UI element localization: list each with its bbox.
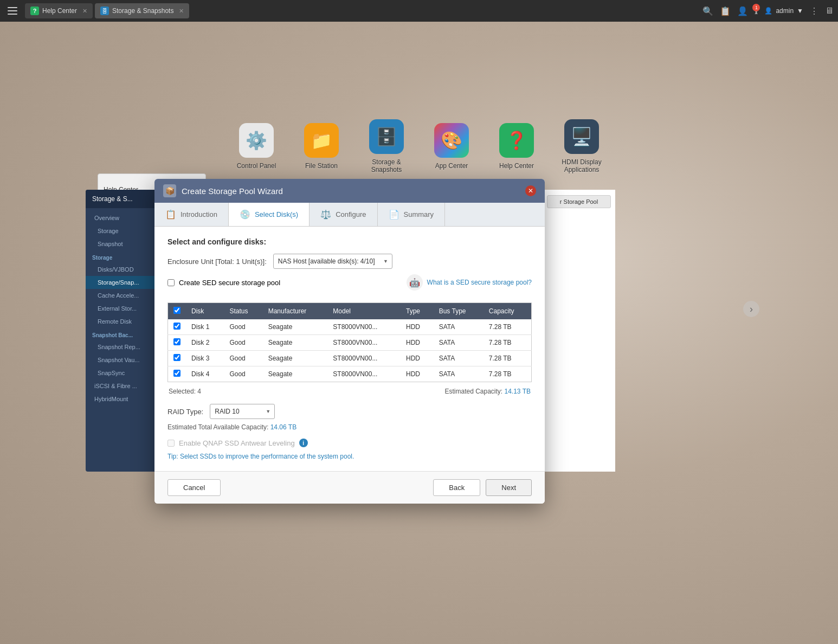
file-station-icon: 📁 bbox=[304, 123, 339, 158]
right-panel-nav: › bbox=[743, 301, 759, 317]
introduction-step-icon: 📋 bbox=[165, 209, 176, 220]
disk4-bus: SATA bbox=[434, 366, 484, 382]
disk2-manufacturer: Seagate bbox=[263, 335, 328, 351]
user-icon: 👤 bbox=[764, 7, 772, 15]
desktop-icon-app-center[interactable]: 🎨 App Center bbox=[430, 123, 473, 170]
wizard-step-summary[interactable]: 📄 Summary bbox=[378, 203, 446, 226]
snapshot-vau-label: Snapshot Vau... bbox=[98, 357, 139, 363]
storage-section-label: Storage bbox=[92, 255, 112, 261]
disk2-checkbox-cell bbox=[168, 335, 186, 351]
hybridmount-label: HybridMount bbox=[94, 396, 128, 402]
disk2-capacity: 7.28 TB bbox=[484, 335, 532, 351]
table-header-select bbox=[168, 303, 186, 320]
help-center-tab-icon: ? bbox=[30, 7, 39, 15]
disk3-manufacturer: Seagate bbox=[263, 351, 328, 366]
search-icon[interactable]: 🔍 bbox=[702, 6, 713, 16]
sed-mascot-icon: 🤖 bbox=[407, 274, 423, 291]
sed-info-link[interactable]: What is a SED secure storage pool? bbox=[427, 279, 532, 286]
help-center-label: Help Center bbox=[499, 162, 534, 170]
wizard-steps: 📋 Introduction 💿 Select Disk(s) ⚖️ Confi… bbox=[154, 203, 545, 227]
wizard-close-button[interactable]: ✕ bbox=[525, 185, 536, 196]
wizard-step-configure[interactable]: ⚖️ Configure bbox=[310, 203, 377, 226]
snapsync-label: SnapSync bbox=[98, 370, 125, 376]
hdmi-icon: 🖥️ bbox=[564, 119, 599, 154]
disk1-status: Good bbox=[224, 319, 262, 335]
enclosure-label: Enclosure Unit [Total: 1 Unit(s)]: bbox=[167, 257, 267, 266]
raid-type-select[interactable]: RAID 10 bbox=[210, 404, 275, 419]
disk4-checkbox[interactable] bbox=[173, 370, 181, 377]
profile-icon[interactable]: 👤 bbox=[737, 6, 748, 16]
selected-count: Selected: 4 bbox=[169, 388, 201, 395]
introduction-step-label: Introduction bbox=[181, 210, 217, 218]
disks-label: Disks/VJBOD bbox=[98, 266, 134, 273]
wizard-step-select-disks[interactable]: 💿 Select Disk(s) bbox=[229, 203, 310, 226]
menu-button[interactable] bbox=[4, 3, 21, 19]
apps-icon[interactable]: 📋 bbox=[720, 6, 731, 16]
disk1-name: Disk 1 bbox=[186, 319, 224, 335]
more-options-icon[interactable]: ⋮ bbox=[810, 6, 818, 16]
app-center-label: App Center bbox=[435, 162, 468, 170]
tab-storage-snapshots[interactable]: 🗄 Storage & Snapshots ✕ bbox=[95, 3, 189, 18]
right-arrow-button[interactable]: › bbox=[743, 301, 759, 317]
taskbar-right: 🔍 📋 👤 ℹ 1 👤 admin ▼ ⋮ 🖥 bbox=[702, 6, 834, 16]
sidebar-header-label: Storage & S... bbox=[92, 195, 133, 203]
disk2-checkbox[interactable] bbox=[173, 338, 181, 345]
select-all-checkbox[interactable] bbox=[173, 307, 181, 314]
enclosure-select[interactable]: NAS Host [available disk(s): 4/10] bbox=[273, 254, 392, 269]
disk4-manufacturer: Seagate bbox=[263, 366, 328, 382]
disk1-capacity: 7.28 TB bbox=[484, 319, 532, 335]
table-header-capacity: Capacity bbox=[484, 303, 532, 320]
monitor-icon[interactable]: 🖥 bbox=[825, 6, 834, 16]
disk3-checkbox[interactable] bbox=[173, 354, 181, 361]
back-button[interactable]: Back bbox=[433, 479, 480, 496]
sed-label[interactable]: Create SED secure storage pool bbox=[179, 279, 280, 287]
cancel-button[interactable]: Cancel bbox=[167, 479, 221, 496]
wizard-title-icon: 📦 bbox=[163, 184, 176, 197]
ssd-leveling-row: Enable QNAP SSD Antwear Leveling i bbox=[167, 439, 532, 447]
storage-tab-close[interactable]: ✕ bbox=[179, 8, 184, 15]
ssd-leveling-checkbox[interactable] bbox=[167, 440, 175, 447]
ssd-info-icon[interactable]: i bbox=[299, 439, 308, 447]
section-title: Select and configure disks: bbox=[167, 237, 532, 246]
next-button[interactable]: Next bbox=[486, 479, 532, 496]
raid-row: RAID Type: RAID 10 bbox=[167, 404, 532, 419]
create-pool-button[interactable]: r Storage Pool bbox=[547, 195, 611, 208]
desktop-icon-help-center[interactable]: ❓ Help Center bbox=[495, 123, 538, 170]
wizard-overlay: 📦 Create Storage Pool Wizard ✕ 📋 Introdu… bbox=[154, 179, 545, 504]
cache-label: Cache Accele... bbox=[98, 292, 139, 299]
desktop-icon-hdmi[interactable]: 🖥️ HDMI Display Applications bbox=[560, 119, 603, 173]
iscsi-label: iSCSI & Fibre ... bbox=[94, 383, 137, 389]
overview-label: Overview bbox=[94, 215, 119, 221]
table-header-bus: Bus Type bbox=[434, 303, 484, 320]
desktop-icon-storage-snapshots[interactable]: 🗄️ Storage & Snapshots bbox=[365, 119, 408, 173]
desktop-icon-control-panel[interactable]: ⚙️ Control Panel bbox=[235, 123, 278, 170]
tab-help-center[interactable]: ? Help Center ✕ bbox=[25, 3, 93, 18]
notification-badge[interactable]: ℹ 1 bbox=[755, 6, 758, 16]
select-disks-step-icon: 💿 bbox=[240, 209, 250, 220]
control-panel-icon: ⚙️ bbox=[239, 123, 274, 158]
table-footer: Selected: 4 Estimated Capacity: 14.13 TB bbox=[167, 388, 532, 395]
wizard-title: Create Storage Pool Wizard bbox=[182, 186, 283, 196]
wizard-titlebar: 📦 Create Storage Pool Wizard ✕ bbox=[154, 179, 545, 203]
wizard-step-introduction[interactable]: 📋 Introduction bbox=[154, 203, 229, 226]
disk3-capacity: 7.28 TB bbox=[484, 351, 532, 366]
wizard-body: Select and configure disks: Enclosure Un… bbox=[154, 227, 545, 471]
control-panel-label: Control Panel bbox=[237, 162, 276, 170]
table-row: Disk 2 Good Seagate ST8000VN00... HDD SA… bbox=[168, 335, 532, 351]
disk2-name: Disk 2 bbox=[186, 335, 224, 351]
disk-table: Disk Status Manufacturer Model Type Bus … bbox=[167, 302, 532, 382]
wizard-dialog: 📦 Create Storage Pool Wizard ✕ 📋 Introdu… bbox=[154, 179, 545, 504]
app-center-icon: 🎨 bbox=[434, 123, 469, 158]
disk3-checkbox-cell bbox=[168, 351, 186, 366]
disk1-checkbox[interactable] bbox=[173, 323, 181, 330]
storage-tab-icon: 🗄 bbox=[100, 7, 109, 15]
taskbar-tabs: ? Help Center ✕ 🗄 Storage & Snapshots ✕ bbox=[25, 3, 702, 18]
nav-buttons: Back Next bbox=[433, 479, 532, 496]
disk4-capacity: 7.28 TB bbox=[484, 366, 532, 382]
file-station-label: File Station bbox=[305, 162, 338, 170]
sed-checkbox[interactable] bbox=[167, 279, 175, 286]
user-area[interactable]: 👤 admin ▼ bbox=[764, 7, 803, 15]
help-center-tab-close[interactable]: ✕ bbox=[82, 8, 87, 15]
configure-step-label: Configure bbox=[336, 210, 366, 218]
desktop-icon-file-station[interactable]: 📁 File Station bbox=[300, 123, 343, 170]
